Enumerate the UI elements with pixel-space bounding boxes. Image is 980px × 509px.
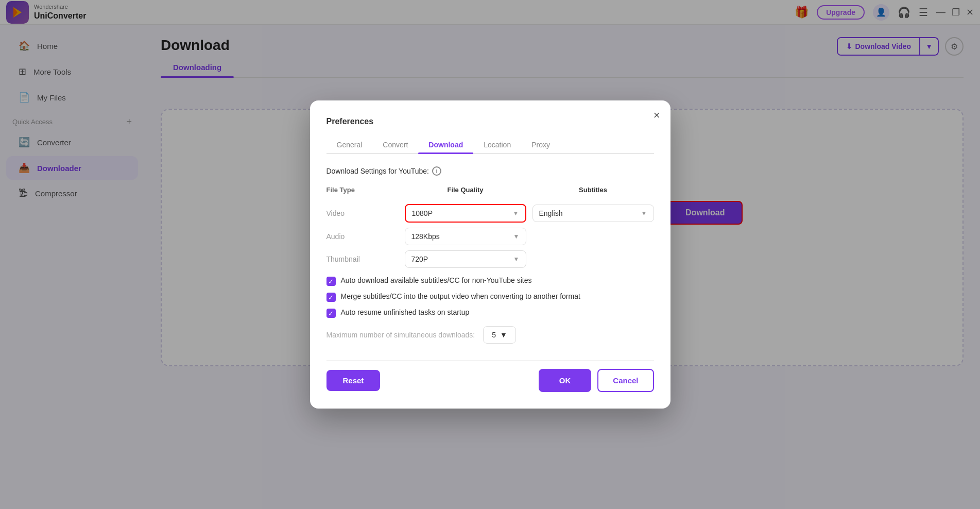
footer-right: OK Cancel — [539, 369, 654, 392]
checkbox-merge-subtitle: ✓ Merge subtitles/CC into the output vid… — [326, 292, 654, 302]
max-downloads-value: 5 — [492, 331, 496, 339]
dialog-tab-proxy[interactable]: Proxy — [521, 137, 560, 153]
dialog-overlay[interactable]: × Preferences General Convert Download L… — [0, 0, 980, 509]
max-downloads-row: Maximum number of simultaneous downloads… — [326, 326, 654, 344]
dialog-tabs: General Convert Download Location Proxy — [326, 137, 654, 154]
dialog-tab-location[interactable]: Location — [473, 137, 521, 153]
audio-quality-arrow: ▼ — [513, 233, 520, 240]
settings-grid-header: File Type File Quality Subtitles — [326, 186, 654, 194]
dialog-tab-general[interactable]: General — [326, 137, 373, 153]
max-downloads-arrow: ▼ — [500, 331, 507, 339]
dialog-tab-convert[interactable]: Convert — [372, 137, 418, 153]
video-quality-arrow: ▼ — [513, 210, 519, 217]
dialog-subtitle: Download Settings for YouTube: i — [326, 166, 654, 176]
video-quality-value: 1080P — [412, 209, 433, 217]
settings-row-video: Video 1080P ▼ English ▼ — [326, 204, 654, 223]
dialog-footer: Reset OK Cancel — [326, 360, 654, 392]
ok-button[interactable]: OK — [539, 369, 592, 392]
info-icon: i — [432, 166, 441, 176]
thumbnail-label: Thumbnail — [326, 255, 399, 263]
audio-quality-value: 128Kbps — [411, 232, 440, 241]
auto-resume-checkbox[interactable]: ✓ — [326, 309, 336, 318]
video-label: Video — [326, 209, 399, 217]
merge-subtitle-label: Merge subtitles/CC into the output video… — [341, 292, 580, 300]
settings-row-audio: Audio 128Kbps ▼ — [326, 228, 654, 245]
checkbox-auto-resume: ✓ Auto resume unfinished tasks on startu… — [326, 308, 654, 318]
subtitles-arrow: ▼ — [641, 210, 647, 217]
settings-row-thumbnail: Thumbnail 720P ▼ — [326, 250, 654, 268]
max-downloads-dropdown[interactable]: 5 ▼ — [483, 326, 516, 344]
cancel-button[interactable]: Cancel — [597, 369, 654, 392]
auto-resume-label: Auto resume unfinished tasks on startup — [341, 308, 470, 316]
audio-quality-dropdown[interactable]: 128Kbps ▼ — [405, 228, 526, 245]
dialog-close-button[interactable]: × — [654, 109, 660, 122]
preferences-dialog: × Preferences General Convert Download L… — [310, 100, 670, 409]
auto-subtitle-checkbox[interactable]: ✓ — [326, 277, 336, 286]
max-downloads-label: Maximum number of simultaneous downloads… — [326, 331, 475, 339]
subtitles-header: Subtitles — [532, 186, 654, 194]
file-type-header: File Type — [326, 186, 399, 194]
dialog-tab-download[interactable]: Download — [418, 137, 473, 153]
video-quality-dropdown[interactable]: 1080P ▼ — [405, 204, 526, 223]
subtitles-dropdown[interactable]: English ▼ — [532, 205, 654, 222]
reset-button[interactable]: Reset — [326, 370, 381, 391]
merge-subtitle-checkbox[interactable]: ✓ — [326, 293, 336, 302]
thumbnail-quality-dropdown[interactable]: 720P ▼ — [405, 250, 526, 268]
thumbnail-quality-arrow: ▼ — [513, 256, 520, 263]
dialog-title: Preferences — [326, 117, 654, 126]
subtitles-value: English — [539, 209, 563, 217]
audio-label: Audio — [326, 232, 399, 241]
auto-subtitle-label: Auto download available subtitles/CC for… — [341, 276, 532, 284]
checkboxes-section: ✓ Auto download available subtitles/CC f… — [326, 276, 654, 318]
file-quality-header: File Quality — [405, 186, 526, 194]
checkbox-auto-subtitle: ✓ Auto download available subtitles/CC f… — [326, 276, 654, 286]
thumbnail-quality-value: 720P — [411, 255, 428, 263]
